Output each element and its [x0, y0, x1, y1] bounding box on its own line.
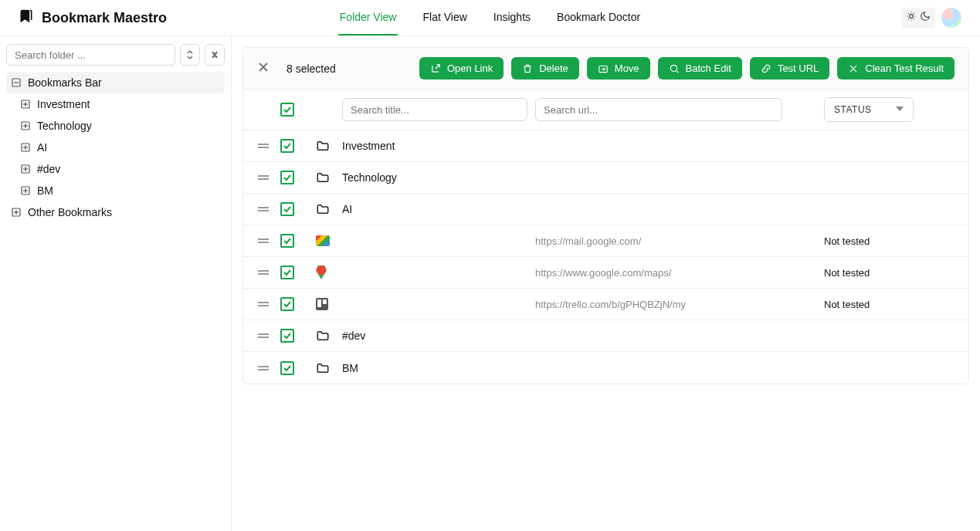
search-url-input[interactable]	[535, 98, 782, 121]
chevron-down-icon	[896, 104, 904, 115]
nav-flat-view[interactable]: Flat View	[421, 0, 468, 36]
row-checkbox[interactable]	[280, 234, 294, 248]
table-row[interactable]: BM	[243, 352, 968, 384]
drag-handle[interactable]	[257, 142, 280, 150]
tree-technology[interactable]: Technology	[6, 115, 225, 137]
sort-button[interactable]	[180, 44, 200, 66]
tree-dev[interactable]: #dev	[6, 158, 225, 180]
theme-toggle[interactable]	[901, 8, 935, 28]
tree-other-bookmarks[interactable]: Other Bookmarks	[6, 201, 225, 223]
row-icon	[316, 235, 342, 246]
tree-label: #dev	[37, 163, 60, 175]
row-checkbox[interactable]	[280, 266, 294, 279]
table-row[interactable]: Technology	[243, 162, 968, 194]
tree-label: Other Bookmarks	[28, 206, 112, 218]
row-checkbox[interactable]	[280, 297, 294, 311]
moon-icon	[920, 11, 931, 25]
drag-handle[interactable]	[257, 205, 280, 213]
svg-marker-27	[896, 107, 904, 111]
drag-handle[interactable]	[257, 174, 280, 181]
table-row[interactable]: #dev	[243, 320, 968, 352]
tree-label: Bookmarks Bar	[28, 76, 102, 89]
select-all-checkbox[interactable]	[280, 103, 294, 117]
row-checkbox[interactable]	[280, 329, 294, 343]
table-row[interactable]: AI	[243, 194, 968, 225]
row-checkbox[interactable]	[280, 139, 294, 153]
tree-label: AI	[37, 141, 47, 154]
row-url: https://mail.google.com/	[535, 235, 787, 247]
tree-label: Investment	[37, 98, 90, 110]
row-icon	[316, 171, 342, 184]
row-url: https://trello.com/b/gPHQBZjN/my	[535, 299, 787, 310]
selection-count: 8 selected	[287, 63, 336, 75]
expand-icon	[20, 99, 31, 110]
row-icon	[316, 329, 342, 343]
row-status: Not tested	[824, 235, 948, 247]
collapse-button[interactable]	[205, 44, 225, 66]
expand-icon	[20, 142, 31, 153]
delete-button[interactable]: Delete	[511, 57, 579, 79]
drag-handle[interactable]	[257, 364, 280, 372]
tree-bm[interactable]: BM	[6, 180, 225, 201]
user-avatar[interactable]	[941, 8, 961, 28]
batch-edit-button[interactable]: Batch Edit	[658, 57, 742, 79]
deselect-button[interactable]	[257, 61, 270, 76]
tree-ai[interactable]: AI	[6, 137, 225, 158]
row-checkbox[interactable]	[280, 171, 294, 184]
trello-favicon	[316, 298, 328, 310]
test-url-button[interactable]: Test URL	[750, 57, 829, 79]
drag-handle[interactable]	[257, 332, 280, 340]
clean-test-button[interactable]: Clean Test Result	[837, 57, 955, 79]
move-button[interactable]: Move	[587, 57, 650, 79]
sun-icon	[906, 11, 917, 25]
tree-investment[interactable]: Investment	[6, 93, 225, 115]
search-folder-input[interactable]	[6, 44, 175, 66]
gmail-favicon	[316, 235, 330, 246]
row-title: Investment	[342, 140, 535, 152]
expand-icon	[11, 207, 22, 218]
row-icon	[316, 202, 342, 216]
app-title: Bookmark Maestro	[42, 10, 167, 26]
row-title: BM	[342, 362, 535, 374]
svg-point-24	[670, 65, 677, 71]
row-url: https://www.google.com/maps/	[535, 267, 787, 279]
maps-favicon	[316, 266, 327, 279]
nav-insights[interactable]: Insights	[492, 0, 532, 36]
status-filter[interactable]: STATUS	[824, 97, 914, 122]
drag-handle[interactable]	[257, 300, 280, 308]
expand-icon	[20, 120, 31, 131]
table-row[interactable]: https://www.google.com/maps/Not tested	[243, 257, 968, 289]
search-title-input[interactable]	[342, 98, 527, 121]
row-icon	[316, 298, 342, 310]
row-title: #dev	[342, 330, 535, 342]
drag-handle[interactable]	[257, 269, 280, 276]
table-row[interactable]: Investment	[243, 130, 968, 162]
nav-bookmark-doctor[interactable]: Bookmark Doctor	[555, 0, 642, 36]
row-title: Technology	[342, 171, 535, 184]
row-status: Not tested	[824, 299, 948, 310]
tree-bookmarks-bar[interactable]: Bookmarks Bar	[6, 72, 225, 93]
row-icon	[316, 266, 342, 279]
row-checkbox[interactable]	[280, 361, 294, 375]
row-title: AI	[342, 203, 535, 215]
expand-icon	[20, 185, 31, 196]
row-checkbox[interactable]	[280, 202, 294, 216]
row-icon	[316, 139, 342, 153]
row-status: Not tested	[824, 267, 948, 279]
svg-point-0	[910, 15, 914, 19]
tree-label: Technology	[37, 120, 92, 132]
bookmark-logo-icon	[19, 8, 34, 27]
tree-label: BM	[37, 184, 53, 197]
table-row[interactable]: https://trello.com/b/gPHQBZjN/myNot test…	[243, 289, 968, 320]
row-icon	[316, 361, 342, 375]
expand-icon	[20, 164, 31, 174]
drag-handle[interactable]	[257, 237, 280, 245]
table-row[interactable]: https://mail.google.com/Not tested	[243, 225, 968, 257]
nav-folder-view[interactable]: Folder View	[338, 0, 398, 36]
collapse-icon	[11, 77, 22, 88]
open-link-button[interactable]: Open Link	[419, 57, 504, 79]
